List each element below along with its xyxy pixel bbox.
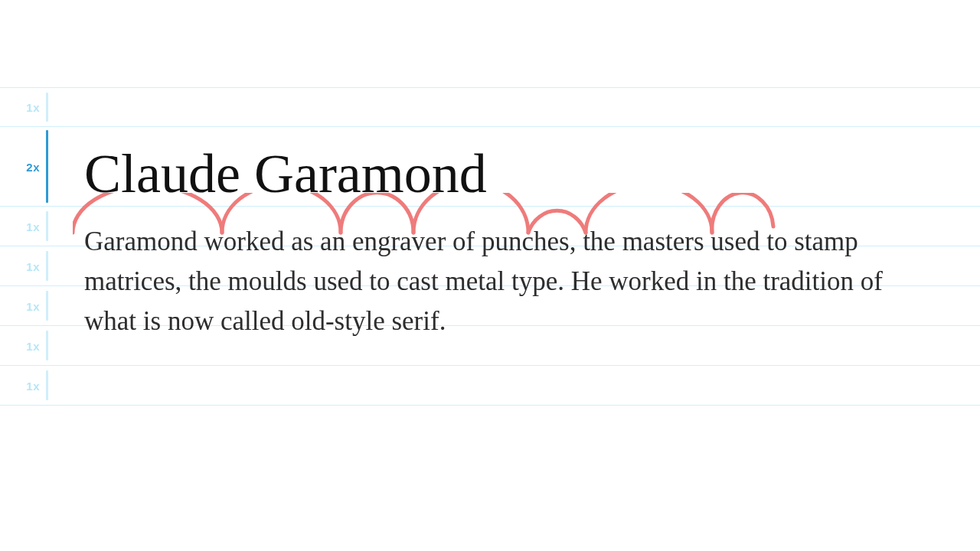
row-tick	[46, 211, 48, 241]
row-tick	[46, 370, 48, 400]
grid-row: 1x	[0, 366, 980, 406]
row-tick	[46, 291, 48, 321]
grid-row-heading: 2x Claude Garamond	[0, 127, 980, 207]
row-tick	[46, 93, 48, 122]
row-multiplier-label: 1x	[26, 259, 40, 272]
row-multiplier-label: 1x	[26, 379, 40, 392]
heading-text: Claude Garamond	[84, 146, 949, 201]
body-paragraph: Garamond worked as an engraver of punche…	[84, 222, 926, 341]
row-multiplier-label: 1x	[26, 339, 40, 352]
row-tick	[46, 130, 48, 203]
row-tick	[46, 251, 48, 281]
row-multiplier-label: 2x	[26, 160, 40, 173]
grid-row: 1x	[0, 87, 980, 127]
row-multiplier-label: 1x	[26, 101, 40, 114]
row-multiplier-label: 1x	[26, 299, 40, 312]
row-tick	[46, 331, 48, 360]
row-multiplier-label: 1x	[26, 220, 40, 233]
